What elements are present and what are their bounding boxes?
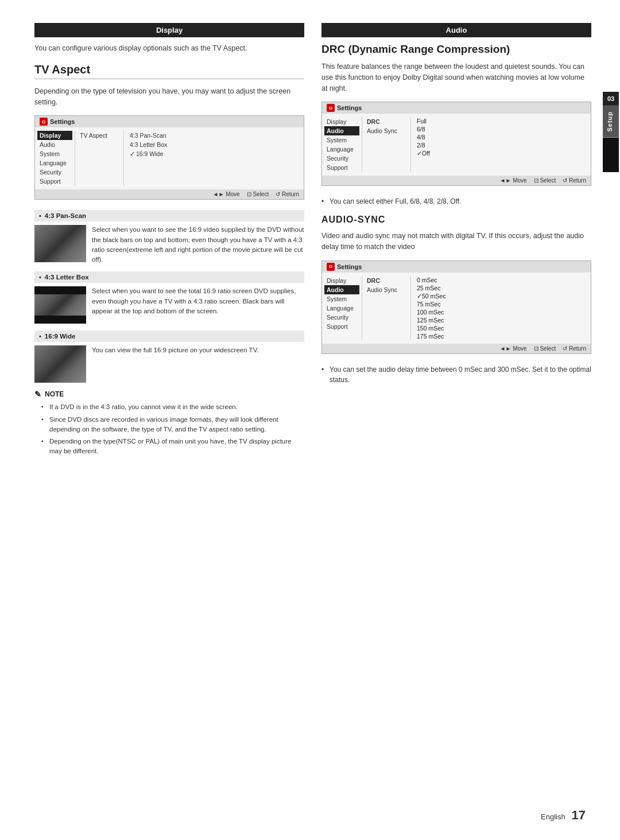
drc-settings-logo: G [327,104,335,112]
as-footer-move: ◄► Move [500,345,527,352]
drc-settings-title: Settings [337,104,362,111]
option-row-pan-scan: • 4:3 Pan-Scan Select when you want to s… [34,210,304,265]
settings-box-header: G Settings [35,116,304,127]
audio-sync-settings-body: Display Audio System Language Security S… [322,273,591,344]
drc-opt-6-8[interactable]: 6/8 [414,125,587,133]
side-tab-number: 03 [603,92,619,106]
audio-sync-menu: Display Audio System Language Security S… [322,276,362,340]
drc-menu-support[interactable]: Support [324,163,359,172]
footer-select: ⊡ Select [247,191,269,197]
audio-sync-heading: AUDIO-SYNC [321,215,591,225]
audio-sync-settings-logo: G [327,263,335,271]
display-intro: You can configure various display option… [34,43,304,54]
option-label-letter-box: • 4:3 Letter Box [34,271,304,283]
as-opt-175[interactable]: 175 mSec [414,332,587,340]
menu-item-system[interactable]: System [37,149,72,158]
side-tab-accent [603,138,619,172]
as-opt-75[interactable]: 75 mSec [414,300,587,308]
drc-menu-system[interactable]: System [324,135,359,145]
tv-aspect-desc: Depending on the type of television you … [34,86,304,108]
as-opt-150[interactable]: 150 mSec [414,324,587,332]
drc-desc: This feature balances the range between … [321,61,591,94]
drc-menu-audio[interactable]: Audio [324,126,359,135]
tv-screen-pan-scan [34,225,86,262]
audio-section-header: Audio [321,23,591,37]
audio-sync-desc: Video and audio sync may not match with … [321,231,591,252]
wide-desc: You can view the full 16:9 picture on yo… [92,345,258,355]
display-section-header: Display [34,23,304,37]
drc-menu: Display Audio System Language Security S… [322,117,362,172]
as-opt-0[interactable]: 0 mSec [414,276,587,284]
footer-return: ↺ Return [276,191,299,197]
option-image-wide [34,345,86,383]
option-image-pan-scan [34,225,86,262]
bullet-pan-scan: • [39,212,41,219]
drc-settings-body: Display Audio System Language Security S… [322,114,591,176]
audio-sync-settings-footer: ◄► Move ⊡ Select ↺ Return [322,344,591,353]
option-content-pan-scan: Select when you want to see the 16:9 vid… [34,225,304,265]
drc-options: Full 6/8 4/8 2/8 ✓Off [411,117,591,172]
as-opt-50[interactable]: ✓50 mSec [414,292,587,300]
note-label: NOTE [45,390,64,398]
drc-menu-language[interactable]: Language [324,145,359,154]
note-item-1: If a DVD is in the 4:3 ratio, you cannot… [41,402,304,412]
main-content: Display You can configure various displa… [0,0,620,840]
page-wrapper: 03 Setup Display You can configure vario… [0,0,620,840]
audio-sync-bullet: You can set the audio delay time between… [321,364,591,385]
menu-item-support[interactable]: Support [37,177,72,186]
settings-menu: Display Audio System Language Security S… [35,131,75,186]
as-menu-support[interactable]: Support [324,322,359,331]
menu-item-display[interactable]: Display [37,131,72,140]
option-letter-box[interactable]: 4:3 Letter Box [127,140,300,149]
note-icon: ✎ [34,390,41,399]
page-number: 17 [572,808,586,822]
audio-sync-settings-title: Settings [337,263,362,270]
as-menu-security[interactable]: Security [324,313,359,322]
option-pan-scan[interactable]: 4:3 Pan-Scan [127,131,300,140]
audio-sync-options: 0 mSec 25 mSec ✓50 mSec 75 mSec 100 mSec… [411,276,591,340]
pan-scan-desc: Select when you want to see the 16:9 vid… [92,225,304,265]
as-opt-100[interactable]: 100 mSec [414,308,587,316]
bullet-letter-box: • [39,274,41,281]
as-audio-sync-label: Audio Sync [365,285,408,294]
menu-item-audio[interactable]: Audio [37,140,72,149]
drc-opt-off[interactable]: ✓Off [414,149,587,157]
drc-opt-2-8[interactable]: 2/8 [414,141,587,149]
drc-opt-full[interactable]: Full [414,117,587,125]
drc-menu-security[interactable]: Security [324,154,359,163]
side-tab-label: Setup [603,106,619,138]
drc-settings-header: G Settings [322,102,591,114]
as-menu-display[interactable]: Display [324,276,359,285]
settings-footer: ◄► Move ⊡ Select ↺ Return [35,189,304,199]
note-list: If a DVD is in the 4:3 ratio, you cannot… [34,402,304,456]
option-label-pan-scan: • 4:3 Pan-Scan [34,210,304,221]
letter-box-desc: Select when you want to see the total 16… [92,286,304,316]
as-menu-audio[interactable]: Audio [324,285,359,294]
drc-settings-footer: ◄► Move ⊡ Select ↺ Return [322,176,591,185]
menu-item-security[interactable]: Security [37,168,72,177]
drc-menu-display[interactable]: Display [324,117,359,126]
option-wide[interactable]: 16:9 Wide [127,149,300,158]
note-item-3: Depending on the type(NTSC or PAL) of ma… [41,437,304,457]
drc-footer-return: ↺ Return [563,177,586,184]
tv-aspect-settings-box: G Settings Display Audio System Language… [34,115,304,200]
option-row-wide: • 16:9 Wide You can view the full 16:9 p… [34,330,304,383]
wide-label: 16:9 Wide [45,333,76,340]
as-opt-125[interactable]: 125 mSec [414,316,587,324]
right-column: Audio DRC (Dynamic Range Compression) Th… [321,23,591,817]
menu-item-language[interactable]: Language [37,158,72,168]
option-label-wide: • 16:9 Wide [34,330,304,342]
drc-opt-4-8[interactable]: 4/8 [414,133,587,141]
side-tab: 03 Setup [602,92,620,172]
as-footer-select: ⊡ Select [534,345,556,352]
black-bar-top [34,286,86,294]
as-menu-system[interactable]: System [324,294,359,304]
drc-footer-select: ⊡ Select [534,177,556,184]
drc-footer-move: ◄► Move [500,177,527,184]
option-content-letter-box: Select when you want to see the total 16… [34,286,304,324]
option-image-letter-box [34,286,86,324]
tv-aspect-heading: TV Aspect [34,63,304,79]
page-footer: English 17 [541,808,586,823]
as-opt-25[interactable]: 25 mSec [414,284,587,292]
as-menu-language[interactable]: Language [324,304,359,313]
